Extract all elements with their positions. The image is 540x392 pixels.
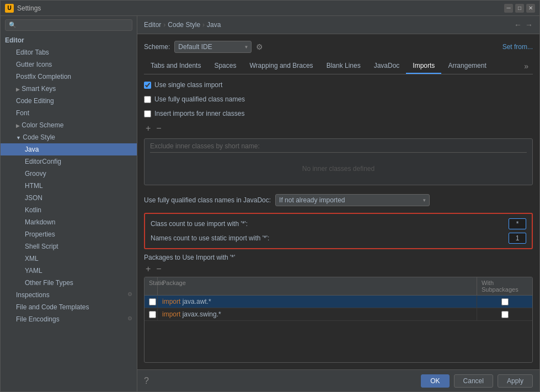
sidebar-item-label: Java [25,146,39,153]
cancel-button[interactable]: Cancel [454,374,493,388]
tab-wrapping[interactable]: Wrapping and Braces [243,58,319,74]
packages-add-button[interactable]: + [144,265,152,273]
sidebar-item-label: Postfix Completion [16,73,71,80]
sidebar-item-file-and-code-templates[interactable]: File and Code Templates [1,301,137,313]
qualified-label: Use fully qualified class names in JavaD… [144,196,271,204]
sidebar-item-markdown[interactable]: Markdown [1,216,137,228]
import-package-2: javax.swing.* [180,310,221,318]
row2-static-checkbox[interactable] [149,311,156,318]
sidebar-item-label: Editor [5,36,24,44]
sidebar-item-label: Inspections [16,291,50,299]
sidebar-item-xml[interactable]: XML [1,253,137,265]
exclude-remove-button[interactable]: − [154,124,163,133]
sidebar-item-code-editing[interactable]: Code Editing [1,95,137,107]
insert-imports-inner-checkbox[interactable] [144,110,151,117]
sidebar-items: EditorEditor TabsGutter IconsPostfix Com… [1,34,137,325]
sidebar-item-gutter-icons[interactable]: Gutter Icons [1,58,137,71]
names-count-row: Names count to use static import with '*… [151,233,526,244]
qualified-select[interactable]: If not already imported Always Never [275,194,430,206]
set-from-link[interactable]: Set from... [502,43,533,51]
sidebar-item-editor[interactable]: Editor [1,34,137,46]
exclude-add-button[interactable]: + [144,124,152,133]
sidebar-item-label: File Encodings [16,315,60,323]
sidebar-item-editorconfig[interactable]: EditorConfig [1,155,137,168]
maximize-button[interactable]: □ [515,4,524,13]
sidebar-item-label: HTML [25,182,43,190]
sidebar-item-inspections[interactable]: Inspections ⚙ [1,289,137,301]
row1-static-checkbox[interactable] [149,298,156,305]
row2-subpackages [477,309,532,320]
packages-title: Packages to Use Import with '*' [144,254,533,261]
sidebar-item-kotlin[interactable]: Kotlin [1,204,137,216]
sidebar-item-properties[interactable]: Properties [1,228,137,240]
sidebar-item-groovy[interactable]: Groovy [1,168,137,180]
sidebar-item-label: Markdown [25,218,55,226]
close-button[interactable]: ✕ [526,4,535,13]
sidebar-item-font[interactable]: Font [1,107,137,119]
use-fully-qualified-checkbox[interactable] [144,96,151,103]
breadcrumb-code-style: Code Style [168,21,200,29]
scheme-select-wrap: Default IDE [174,41,252,53]
use-single-class-label: Use single class import [154,81,222,89]
sidebar-item-label: Other File Types [25,279,73,287]
use-single-class-checkbox[interactable] [144,82,151,89]
packages-remove-button[interactable]: − [154,265,163,273]
sidebar-item-smart-keys[interactable]: ▶ Smart Keys [1,83,137,95]
names-count-input[interactable] [509,233,526,244]
sidebar-item-shell-script[interactable]: Shell Script [1,240,137,253]
sidebar-item-editor-tabs[interactable]: Editor Tabs [1,46,137,58]
table-row[interactable]: import javax.swing.* [145,308,532,321]
sidebar-item-color-scheme[interactable]: ▶ Color Scheme [1,119,137,131]
row2-subpackages-checkbox[interactable] [501,311,509,318]
sidebar-item-label: EditorConfig [25,158,61,165]
scheme-gear-button[interactable]: ⚙ [256,42,263,51]
tab-spaces[interactable]: Spaces [207,58,243,74]
import-count-section: Class count to use import with '*': Name… [144,213,533,249]
sidebar-item-label: Code Editing [16,97,54,105]
row1-subpackages-checkbox[interactable] [501,298,509,305]
sidebar-item-label: Color Scheme [22,121,63,129]
sidebar-item-json[interactable]: JSON [1,192,137,204]
help-icon[interactable]: ? [144,376,149,386]
use-fully-qualified-row: Use fully qualified class names [144,94,533,104]
search-input[interactable] [19,22,129,29]
minimize-button[interactable]: ─ [504,4,513,13]
app-icon: U [5,4,14,13]
tab-javadoc[interactable]: JavaDoc [367,58,407,74]
row2-package: import javax.swing.* [158,308,477,320]
apply-button[interactable]: Apply [498,374,533,388]
scheme-row: Scheme: Default IDE ⚙ Set from... [144,41,533,53]
tab-tabs-and-indents[interactable]: Tabs and Indents [144,58,207,74]
class-count-input[interactable] [509,218,526,229]
sidebar-item-postfix-completion[interactable]: Postfix Completion [1,71,137,83]
names-count-label: Names count to use static import with '*… [151,234,504,242]
sidebar-item-label: Kotlin [25,206,41,214]
table-header: Static Package With Subpackages [145,277,532,296]
tab-blank-lines[interactable]: Blank Lines [320,58,367,74]
nav-back-button[interactable]: ← [514,20,522,29]
nav-arrows: ← → [514,20,533,29]
tab-arrangement[interactable]: Arrangement [441,58,493,74]
qualified-row: Use fully qualified class names in JavaD… [144,194,533,206]
breadcrumb-editor: Editor [144,21,161,29]
breadcrumb-sep2: › [202,21,205,29]
tab-imports[interactable]: Imports [406,58,441,74]
tab-more-button[interactable]: » [520,58,533,74]
sidebar-item-other-file-types[interactable]: Other File Types [1,277,137,289]
nav-forward-button[interactable]: → [525,20,533,29]
search-box[interactable]: 🔍 [5,19,132,31]
breadcrumb-java: Java [207,21,221,29]
scheme-select[interactable]: Default IDE [174,41,252,53]
sidebar-item-java[interactable]: Java [1,143,137,155]
sidebar-item-html[interactable]: HTML [1,180,137,192]
row1-package: import java.awt.* [158,296,477,308]
window-controls: ─ □ ✕ [504,4,535,13]
tabs-row: Tabs and Indents Spaces Wrapping and Bra… [144,58,533,74]
ok-button[interactable]: OK [421,374,449,388]
packages-section: Packages to Use Import with '*' + − Stat… [144,254,533,363]
table-row[interactable]: import java.awt.* [145,296,532,308]
sidebar-item-code-style[interactable]: ▼ Code Style [1,131,137,143]
sidebar-item-file-encodings[interactable]: File Encodings ⚙ [1,313,137,325]
sidebar-item-yaml[interactable]: YAML [1,265,137,277]
exclude-title: Exclude inner classes by short name: [150,142,260,150]
